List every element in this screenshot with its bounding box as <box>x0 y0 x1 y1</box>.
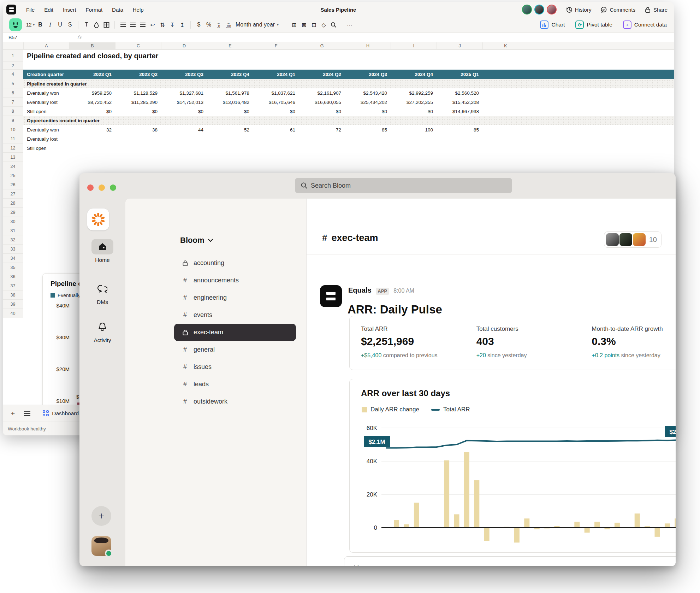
row-number-38[interactable]: 38 <box>3 290 23 300</box>
cell-value[interactable]: $1,561,978 <box>207 88 249 98</box>
column-header-G[interactable]: G <box>299 42 345 50</box>
column-header-E[interactable]: E <box>207 42 253 50</box>
cell-value[interactable]: 44 <box>161 125 203 134</box>
cell-value[interactable]: $27,202,355 <box>391 98 433 107</box>
channel-item-issues[interactable]: #issues <box>174 358 296 376</box>
insert-cells-icon[interactable]: ⊞ <box>289 19 299 30</box>
user-avatar[interactable] <box>91 536 111 556</box>
channel-item-exec-team[interactable]: exec-team <box>174 324 296 341</box>
emoji-format-button[interactable] <box>9 18 22 31</box>
workspace-logo-button[interactable] <box>87 209 109 230</box>
italic-button[interactable]: I <box>45 19 55 30</box>
tab-dashboard[interactable]: Dashboard <box>43 410 79 417</box>
cell-value[interactable]: $0 <box>253 107 295 116</box>
collaborator-avatars[interactable] <box>522 5 557 14</box>
row-number-36[interactable]: 36 <box>3 272 23 281</box>
font-size-dropdown[interactable]: 12▾ <box>25 19 35 30</box>
table-row[interactable]: Eventually lost <box>23 134 674 143</box>
close-window-icon[interactable] <box>87 184 94 191</box>
row-number-37[interactable]: 37 <box>3 281 23 290</box>
row-number-29[interactable]: 29 <box>3 208 23 217</box>
channel-item-announcements[interactable]: #announcements <box>174 272 296 289</box>
cell-value[interactable]: $1,327,681 <box>161 88 203 98</box>
pivot-table-button[interactable]: ⟳Pivot table <box>575 20 612 29</box>
text-color-button[interactable]: T <box>82 19 91 30</box>
table-row[interactable]: Still open <box>23 143 674 153</box>
table-row[interactable]: Eventually won3238445261728510085 <box>23 125 674 134</box>
add-workspace-button[interactable]: + <box>91 506 111 526</box>
cell-value[interactable]: $15,452,208 <box>437 98 479 107</box>
row-number-10[interactable]: 10 <box>3 125 23 134</box>
row-number-9[interactable]: 9 <box>3 116 23 125</box>
table-row[interactable]: Eventually lost$8,720,452$11,285,290$14,… <box>23 98 674 107</box>
fill-color-button[interactable] <box>91 19 101 30</box>
cell-value[interactable]: $0 <box>115 107 158 116</box>
cell-value[interactable]: $0 <box>207 107 249 116</box>
row-number-33[interactable]: 33 <box>3 245 23 254</box>
align-center-icon[interactable] <box>128 19 138 30</box>
increase-decimal-button[interactable]: →.00 <box>224 19 233 30</box>
cell-value[interactable]: 85 <box>345 125 387 134</box>
column-header-J[interactable]: J <box>437 42 482 50</box>
cell-value[interactable]: $13,016,482 <box>207 98 249 107</box>
cell-value[interactable]: $0 <box>161 107 203 116</box>
row-number-27[interactable]: 27 <box>3 189 23 199</box>
cell-value[interactable]: $14,667,938 <box>437 107 479 116</box>
number-format-dropdown[interactable]: Month and year▾ <box>236 19 279 30</box>
collaborator-avatar[interactable] <box>547 5 557 14</box>
message-timestamp[interactable]: 8:00 AM <box>393 288 414 294</box>
channel-item-outsidework[interactable]: #outsidework <box>174 393 296 410</box>
cell-value[interactable]: $959,250 <box>69 88 112 98</box>
share-button[interactable]: Share <box>645 6 668 13</box>
delete-cells-icon[interactable]: ⊠ <box>299 19 309 30</box>
cell-value[interactable]: $16,705,646 <box>253 98 295 107</box>
row-number-11[interactable]: 11 <box>3 134 23 143</box>
row-number-25[interactable]: 25 <box>3 171 23 180</box>
row-number-4[interactable]: 4 <box>3 70 23 79</box>
decrease-decimal-button[interactable]: ←.0 <box>214 19 224 30</box>
column-header-C[interactable]: C <box>115 42 161 50</box>
import-cell-icon[interactable]: ⊡ <box>309 19 319 30</box>
text-wrap-icon[interactable]: ↩ <box>148 19 158 30</box>
rail-item-activity[interactable]: Activity <box>79 319 125 344</box>
row-number-12[interactable]: 12 <box>3 143 23 153</box>
cell-value[interactable]: 61 <box>253 125 295 134</box>
row-number-7[interactable]: 7 <box>3 98 23 107</box>
align-right-icon[interactable] <box>138 19 148 30</box>
column-headers[interactable]: ABCDEFGHIJK <box>3 42 674 50</box>
row-number-24[interactable]: 24 <box>3 162 23 171</box>
zoom-window-icon[interactable] <box>110 184 116 191</box>
cell-value[interactable]: $14,752,013 <box>161 98 203 107</box>
underline-button[interactable]: U <box>55 19 65 30</box>
cell-value[interactable]: $16,630,055 <box>299 98 341 107</box>
vertical-align-top-icon[interactable]: ↥ <box>177 19 187 30</box>
cell-value[interactable]: 32 <box>69 125 112 134</box>
collaborator-avatar[interactable] <box>522 5 532 14</box>
cell-value[interactable]: $0 <box>345 107 387 116</box>
row-number-30[interactable]: 30 <box>3 217 23 226</box>
cell-value[interactable]: 100 <box>391 125 433 134</box>
clear-format-icon[interactable]: ◇ <box>319 19 329 30</box>
align-left-icon[interactable] <box>118 19 128 30</box>
row-number-2[interactable]: 2 <box>3 62 23 70</box>
search-input[interactable]: Search Bloom <box>295 178 512 193</box>
find-icon[interactable] <box>329 19 339 30</box>
cell-value[interactable]: $1,128,529 <box>115 88 158 98</box>
row-number-1[interactable]: 1 <box>3 50 23 62</box>
cell-value[interactable]: 52 <box>207 125 249 134</box>
strikethrough-button[interactable]: S <box>65 19 75 30</box>
row-number-32[interactable]: 32 <box>3 235 23 245</box>
channel-title[interactable]: # exec-team <box>322 233 378 243</box>
column-header-F[interactable]: F <box>253 42 299 50</box>
bold-button[interactable]: B <box>35 19 45 30</box>
cell-value[interactable]: $2,560,520 <box>437 88 479 98</box>
channel-members-button[interactable]: 10 <box>604 231 662 248</box>
collaborator-avatar[interactable] <box>534 5 544 14</box>
channel-item-general[interactable]: #general <box>174 341 296 358</box>
sheet-list-button[interactable] <box>24 409 30 418</box>
table-row[interactable]: Eventually won$959,250$1,128,529$1,327,6… <box>23 88 674 98</box>
cell-value[interactable]: $0 <box>69 107 112 116</box>
channel-item-engineering[interactable]: #engineering <box>174 289 296 306</box>
row-number-34[interactable]: 34 <box>3 254 23 263</box>
minimize-window-icon[interactable] <box>99 184 105 191</box>
